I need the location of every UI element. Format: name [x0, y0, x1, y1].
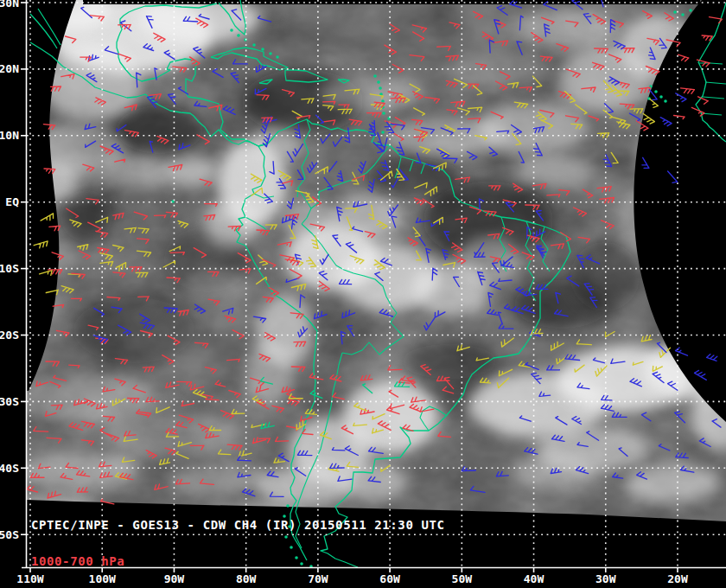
lat-label: 30S — [0, 395, 19, 408]
left-margin — [0, 0, 27, 588]
lat-label: EQ — [5, 195, 19, 208]
island-dot — [382, 112, 385, 115]
lat-label: 20N — [0, 62, 19, 75]
island-dot — [290, 546, 293, 549]
lat-label: 10S — [0, 262, 19, 275]
cloud-patch — [320, 76, 424, 111]
lon-label: 20W — [667, 572, 688, 585]
island-dot — [381, 131, 385, 134]
island-dot — [373, 74, 377, 78]
island-dot — [237, 34, 240, 37]
island-dot — [381, 99, 385, 103]
cloud-patch — [519, 11, 614, 49]
lon-label: 40W — [524, 572, 544, 585]
satellite-wind-map: 30N20N10NEQ10S20S30S40S50S110W100W90W80W… — [0, 0, 726, 588]
cloud-patch — [182, 268, 251, 303]
lat-label: 10N — [0, 129, 19, 142]
island-dot — [689, 9, 692, 12]
island-dot — [269, 52, 272, 55]
lon-label: 80W — [236, 572, 257, 585]
island-dot — [295, 556, 298, 559]
island-dot — [673, 10, 677, 14]
cloud-patch — [99, 157, 177, 189]
island-dot — [284, 535, 288, 539]
island-dot — [252, 43, 256, 47]
island-dot — [286, 504, 290, 508]
clear-sky-patch — [73, 297, 194, 363]
cloud-patch — [245, 341, 294, 406]
island-dot — [261, 48, 264, 51]
clear-sky-patch — [402, 344, 497, 379]
satellite-imagery-layer — [9, 0, 726, 567]
lon-label: 30W — [595, 572, 616, 585]
lon-label: 50W — [452, 572, 473, 585]
lon-label: 90W — [164, 572, 185, 585]
island-dot — [379, 86, 382, 90]
cloud-patch — [104, 410, 242, 458]
cloud-patch — [17, 452, 138, 490]
lat-label: 40S — [0, 462, 19, 475]
island-dot — [300, 562, 303, 566]
island-dot — [664, 99, 667, 103]
cloud-patch — [514, 156, 592, 187]
island-dot — [288, 525, 291, 528]
lon-label: 110W — [16, 572, 43, 585]
island-dot — [283, 514, 286, 518]
island-dot — [377, 80, 380, 84]
island-dot — [276, 55, 279, 59]
lon-label: 70W — [308, 572, 328, 585]
cloud-patch — [625, 463, 720, 502]
clear-sky-patch — [367, 158, 462, 196]
lat-label: 30N — [0, 0, 19, 10]
lon-label: 60W — [379, 572, 400, 585]
clear-sky-patch — [60, 190, 112, 242]
cloud-patch — [204, 199, 259, 247]
island-dot — [659, 95, 663, 99]
lat-label: 50S — [0, 528, 19, 541]
lat-label: 20S — [0, 329, 19, 342]
island-dot — [654, 90, 658, 93]
map-canvas: 30N20N10NEQ10S20S30S40S50S110W100W90W80W… — [0, 0, 726, 588]
island-dot — [681, 13, 685, 16]
island-dot — [230, 29, 233, 32]
lon-label: 100W — [89, 572, 116, 585]
